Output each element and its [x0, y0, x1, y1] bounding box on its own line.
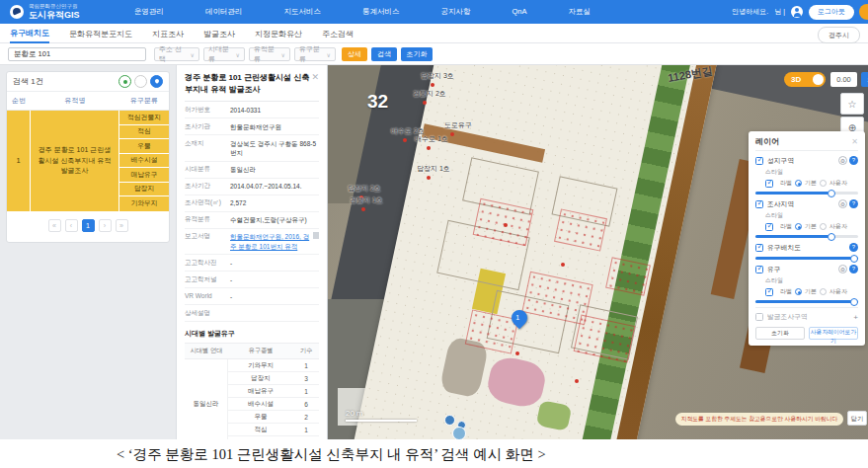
layer-checkbox[interactable] — [755, 266, 763, 273]
tab-surface-survey[interactable]: 지표조사 — [152, 25, 184, 42]
tab-heritage-distribution-map[interactable]: 문화유적분포지도 — [69, 25, 132, 42]
close-icon[interactable]: ✕ — [851, 137, 858, 146]
radio-basic[interactable] — [795, 288, 802, 295]
gear-icon[interactable]: ⚙ — [838, 199, 847, 208]
radio-basic[interactable] — [795, 223, 802, 230]
logo[interactable]: 국립문화유산연구원 도시유적GIS — [0, 4, 114, 20]
excavation-marker-dot — [515, 351, 519, 355]
layer-checkbox[interactable] — [755, 313, 763, 321]
field-value: - — [230, 275, 319, 284]
next-page-icon[interactable]: › — [99, 219, 112, 232]
help-icon[interactable]: ? — [849, 199, 858, 208]
gear-icon[interactable]: ⚙ — [838, 156, 847, 165]
bookmark-icon[interactable]: ☆ — [840, 93, 864, 115]
tab-designated-heritage[interactable]: 지정문화유산 — [255, 25, 302, 42]
logout-button[interactable]: 로그아웃 — [809, 5, 854, 20]
detail-search-button[interactable]: 상세 — [342, 47, 367, 61]
opacity-slider[interactable] — [755, 192, 858, 195]
help-icon[interactable]: ? — [849, 265, 858, 273]
table-row: 배수시설6 — [228, 398, 319, 411]
results-table: 순번 유적명 유구분류 1 경주 분황로 101 근린생활시설 신축부지내 유적… — [7, 92, 169, 211]
last-page-icon[interactable]: » — [116, 219, 128, 232]
excavation-marker-dot — [431, 83, 434, 87]
search-button[interactable]: 검색 — [371, 47, 397, 61]
page-number[interactable]: 1 — [82, 219, 95, 232]
map-pin-icon[interactable] — [150, 75, 163, 88]
field-label: 조사면적(㎡) — [185, 198, 230, 207]
layer-item-feature-layout: 유구배치도 ? — [755, 242, 858, 260]
user-layer-button[interactable]: 사용자레이어로가기 — [809, 327, 858, 340]
screen-button[interactable]: 화면 — [861, 72, 868, 87]
expand-plus-icon[interactable]: + — [853, 313, 858, 322]
opacity-slider[interactable] — [755, 257, 858, 260]
opacity-slider[interactable] — [755, 235, 858, 238]
layer-panel-title: 레이어 — [755, 136, 779, 147]
3d-toggle-label: 3D — [791, 75, 801, 84]
user-avatar-icon[interactable] — [791, 6, 803, 18]
notice-close-button[interactable]: 닫기 — [847, 411, 867, 426]
nav-item-archive[interactable]: 자료실 — [548, 7, 612, 17]
sub-nav: 유구배치도 문화유적분포지도 지표조사 발굴조사 지정문화유산 주소검색 경주시 — [0, 24, 868, 43]
nav-item-map-service[interactable]: 지도서비스 — [264, 7, 343, 17]
help-icon[interactable]: ? — [849, 156, 858, 165]
radio-user[interactable] — [820, 223, 827, 230]
excavation-marker-dot — [403, 138, 407, 142]
excavation-marker-dot — [423, 101, 427, 105]
table-row: 기와무지1 — [228, 359, 319, 372]
nav-item-notice[interactable]: 공지사항 — [421, 7, 492, 17]
pagination: « ‹ 1 › » — [7, 211, 169, 236]
style-label: 스타일 — [765, 168, 858, 177]
tab-address-search[interactable]: 주소검색 — [322, 25, 354, 42]
address-type-dropdown[interactable]: 주소 선택∨ — [154, 47, 199, 61]
reset-button[interactable]: 초기화 — [401, 47, 433, 61]
row-features: 적심건물지 적심 우물 배수시설 매납유구 담장지 기와무지 — [119, 111, 169, 211]
gear-icon[interactable]: ⚙ — [838, 265, 847, 273]
keyword-input[interactable] — [8, 47, 146, 61]
close-icon[interactable]: ✕ — [311, 72, 319, 95]
first-page-icon[interactable]: « — [48, 219, 61, 232]
layer-panel: 레이어 ✕ 성지구역 ⚙? 스타일 라벨 기본 사용자 — [749, 131, 865, 346]
opacity-slider[interactable] — [755, 300, 858, 303]
map-feature-dot-blue — [452, 427, 466, 439]
app-window: 국립문화유산연구원 도시유적GIS 운영관리 데이터관리 지도서비스 통계서비스… — [0, 0, 868, 468]
circle-toggle-icon[interactable] — [134, 75, 147, 88]
nav-item-qna[interactable]: QnA — [492, 7, 548, 17]
3d-toggle[interactable]: 3D — [784, 72, 826, 87]
row-site-name: 경주 분황로 101 근린생활시설 신축부지내 유적 발굴조사 — [31, 111, 119, 211]
toggle-knob — [813, 74, 824, 85]
map-scale: 20 m — [346, 409, 417, 422]
layer-checkbox[interactable] — [755, 157, 763, 165]
help-fab-icon[interactable] — [859, 4, 868, 20]
region-select[interactable]: 경주시 — [818, 27, 860, 43]
excavation-marker-dot — [427, 176, 431, 180]
nav-item-data[interactable]: 데이터관리 — [185, 7, 264, 17]
map-label-block-number: 32 — [367, 91, 388, 113]
excavation-marker-dot — [504, 223, 508, 227]
radio-user[interactable] — [820, 180, 827, 187]
map-label-feature: 배수로 1호 — [415, 134, 448, 144]
chevron-down-icon: ∨ — [327, 51, 331, 58]
site-type-dropdown[interactable]: 유적분류∨ — [249, 47, 290, 61]
feature-type-dropdown[interactable]: 유구분류∨ — [294, 47, 336, 61]
logo-icon — [10, 5, 24, 19]
tab-excavation-survey[interactable]: 발굴조사 — [203, 25, 235, 42]
layer-checkbox[interactable] — [755, 244, 763, 252]
label-checkbox[interactable] — [765, 180, 773, 188]
help-icon[interactable]: ? — [849, 243, 858, 252]
layer-reset-button[interactable]: 초기화 — [755, 327, 805, 340]
table-row[interactable]: 1 경주 분황로 101 근린생활시설 신축부지내 유적 발굴조사 적심건물지 … — [7, 111, 169, 211]
radio-user[interactable] — [820, 288, 827, 295]
era-dropdown[interactable]: 시대분류∨ — [203, 47, 245, 61]
tab-feature-layout-map[interactable]: 유구배치도 — [10, 24, 49, 43]
prev-page-icon[interactable]: ‹ — [65, 219, 78, 232]
report-link[interactable]: 한울문화재연구원, 2016, 경주 분황로 101번지 유적 — [230, 232, 311, 250]
refresh-icon[interactable] — [118, 75, 131, 88]
radio-basic[interactable] — [795, 180, 802, 187]
layer-name: 성지구역 — [767, 156, 794, 166]
map-label-feature: 담장지 1호 — [417, 164, 450, 174]
label-checkbox[interactable] — [765, 223, 773, 231]
label-checkbox[interactable] — [765, 288, 773, 296]
nav-item-operations[interactable]: 운영관리 — [114, 7, 185, 17]
layer-checkbox[interactable] — [755, 200, 763, 208]
nav-item-stats[interactable]: 통계서비스 — [342, 7, 421, 17]
